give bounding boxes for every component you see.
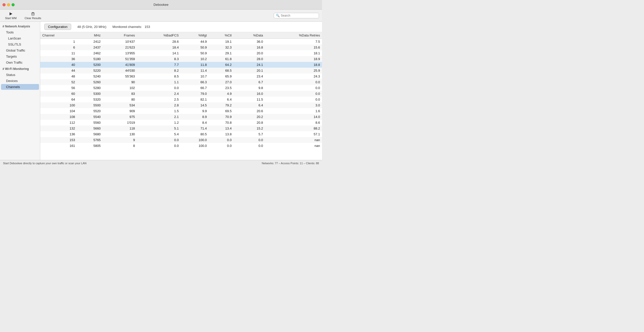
table-cell: 18.1 <box>265 50 322 56</box>
table-row[interactable]: 10855409752.18.970.920.214.0 <box>40 114 322 120</box>
table-cell: 11.4 <box>181 68 209 73</box>
table-cell: 534 <box>103 102 137 108</box>
table-cell: 5300 <box>77 91 103 97</box>
table-cell: 44.9 <box>181 39 209 45</box>
sidebar-item-targets[interactable]: Targets <box>1 54 39 59</box>
table-cell: nan <box>265 137 322 143</box>
table-row[interactable]: 13256601185.171.413.415.288.2 <box>40 126 322 131</box>
search-input[interactable] <box>281 14 317 17</box>
toolbar: Start WM Clear Results 🔍 <box>0 10 322 22</box>
table-cell: 5660 <box>77 126 103 131</box>
channels-table-container: Channel MHz Frames %BadFCS %Mgt %Ctl %Da… <box>40 32 322 160</box>
table-cell: 2437 <box>77 45 103 50</box>
table-row[interactable]: 10055005342.814.579.26.43.0 <box>40 102 322 108</box>
table-cell: 8.6 <box>265 120 322 126</box>
table-cell: 132 <box>40 126 77 131</box>
table-cell: 24.1 <box>234 62 265 68</box>
table-cell: 11 <box>40 50 77 56</box>
table-row[interactable]: 36518051'3598.310.261.828.018.9 <box>40 56 322 62</box>
table-row[interactable]: 48524055'3638.510.765.923.424.3 <box>40 73 322 79</box>
table-cell: 66.3 <box>181 79 209 85</box>
sidebar-item-lanscan[interactable]: LanScan <box>1 35 39 41</box>
table-row[interactable]: 10455209091.59.969.520.61.6 <box>40 108 322 114</box>
search-box[interactable]: 🔍 <box>274 13 319 18</box>
play-icon <box>9 12 13 16</box>
table-cell: 79.2 <box>209 102 234 108</box>
table-cell: 104 <box>40 108 77 114</box>
table-cell: 112 <box>40 120 77 126</box>
table-cell: 51'359 <box>103 56 137 62</box>
table-cell: 32.3 <box>209 45 234 50</box>
table-cell: 66.7 <box>181 85 209 91</box>
table-cell: 108 <box>40 114 77 120</box>
sidebar-item-tools[interactable]: Tools <box>1 29 39 35</box>
table-cell: 16.0 <box>234 91 265 97</box>
sidebar-item-ssltls[interactable]: SSL/TLS <box>1 42 39 47</box>
start-wm-button[interactable]: Start WM <box>3 11 19 21</box>
table-row[interactable]: 5652801020.066.723.59.80.0 <box>40 85 322 91</box>
table-cell: 975 <box>103 114 137 120</box>
minimize-button[interactable] <box>7 3 10 6</box>
table-cell: 0.0 <box>209 143 234 149</box>
table-cell: 2.1 <box>137 114 181 120</box>
table-cell: 5520 <box>77 108 103 114</box>
table-row[interactable]: 40520041'8097.711.864.224.118.8 <box>40 62 322 68</box>
table-cell: 5260 <box>77 79 103 85</box>
table-cell: 10.7 <box>181 73 209 79</box>
table-cell: 64.2 <box>209 62 234 68</box>
close-button[interactable] <box>3 3 6 6</box>
table-row[interactable]: 44522044'0308.211.468.520.125.9 <box>40 68 322 73</box>
sidebar-item-own-traffic[interactable]: Own Traffic <box>1 60 39 65</box>
table-row[interactable]: 525260901.166.327.06.70.0 <box>40 79 322 85</box>
zoom-button[interactable] <box>12 3 15 6</box>
table-cell: 5280 <box>77 85 103 91</box>
table-cell: 56 <box>40 85 77 91</box>
table-cell: 13.8 <box>209 131 234 137</box>
sidebar-item-status[interactable]: Status <box>1 72 39 78</box>
table-row[interactable]: 161580580.0100.00.00.0nan <box>40 143 322 149</box>
table-cell: 55'363 <box>103 73 137 79</box>
clear-results-button[interactable]: Clear Results <box>23 11 43 21</box>
sidebar-item-global-traffic[interactable]: Global Traffic <box>1 48 39 53</box>
table-row[interactable]: 13656801305.480.513.85.757.1 <box>40 131 322 137</box>
table-cell: 3.0 <box>265 102 322 108</box>
table-row[interactable]: 645320802.582.16.411.50.0 <box>40 97 322 102</box>
table-cell: 5.1 <box>137 126 181 131</box>
table-cell: 5240 <box>77 73 103 79</box>
table-cell: 80.5 <box>181 131 209 137</box>
table-cell: 118 <box>103 126 137 131</box>
window-title: Debookee <box>153 3 168 7</box>
table-cell: 69.5 <box>209 108 234 114</box>
table-cell: 15.6 <box>265 45 322 50</box>
table-cell: 0.0 <box>265 79 322 85</box>
table-cell: 0.0 <box>265 85 322 91</box>
table-cell: 9.8 <box>234 85 265 91</box>
table-row[interactable]: 6243721'62318.450.932.316.815.6 <box>40 45 322 50</box>
col-ctl: %Ctl <box>209 32 234 39</box>
table-cell: 10'437 <box>103 39 137 45</box>
sidebar-item-channels[interactable]: Channels <box>1 84 39 90</box>
configuration-button[interactable]: Configuration <box>44 24 71 30</box>
col-badfcs: %BadFCS <box>137 32 181 39</box>
table-cell: 100.0 <box>181 137 209 143</box>
table-row[interactable]: 605300832.479.04.916.00.0 <box>40 91 322 97</box>
table-cell: 11.8 <box>181 62 209 68</box>
sidebar-item-devices[interactable]: Devices <box>1 78 39 84</box>
table-cell: 8.4 <box>181 120 209 126</box>
table-cell: 50.9 <box>181 50 209 56</box>
col-mhz: MHz <box>77 32 103 39</box>
table-cell: 20.2 <box>234 114 265 120</box>
titlebar: Debookee <box>0 0 322 10</box>
table-cell: 28.0 <box>234 56 265 62</box>
table-cell: 2462 <box>77 50 103 56</box>
table-row[interactable]: 1241210'43728.644.919.136.07.5 <box>40 39 322 45</box>
table-row[interactable]: 153576590.0100.00.00.0nan <box>40 137 322 143</box>
table-row[interactable]: 11246213'95514.150.929.120.018.1 <box>40 50 322 56</box>
table-header: Channel MHz Frames %BadFCS %Mgt %Ctl %Da… <box>40 32 322 39</box>
table-cell: 0.0 <box>234 137 265 143</box>
table-cell: 20.8 <box>234 120 265 126</box>
table-cell: 83 <box>103 91 137 97</box>
table-cell: 100 <box>40 102 77 108</box>
table-row[interactable]: 11255601'0191.28.470.820.88.6 <box>40 120 322 126</box>
table-cell: 23.5 <box>209 85 234 91</box>
